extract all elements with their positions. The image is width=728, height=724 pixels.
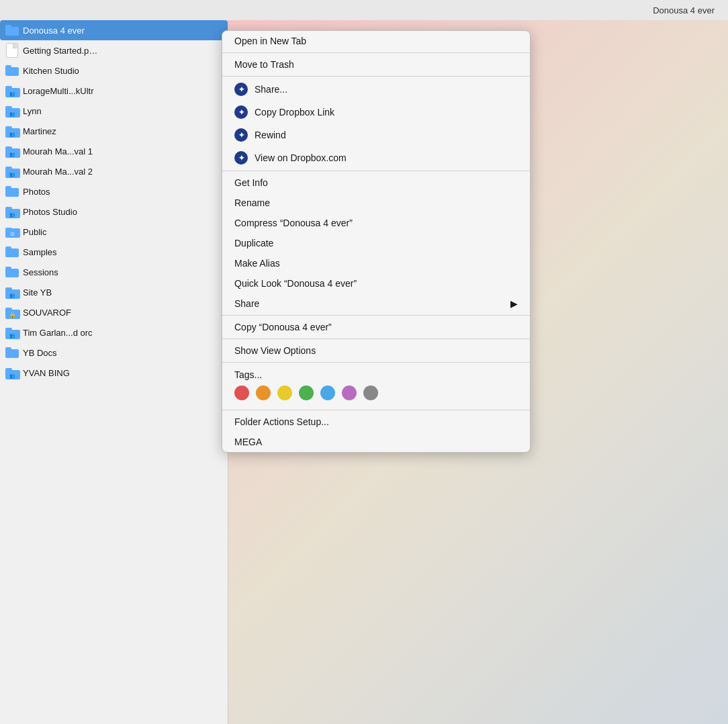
menu-item-copy-dropbox-link[interactable]: ✦ Copy Dropbox Link xyxy=(222,101,530,124)
sidebar-item-tim-garland[interactable]: 👥 Tim Garlan...d orc xyxy=(0,322,228,343)
menu-item-label: MEGA xyxy=(234,437,262,447)
sidebar-item-souvarof[interactable]: 🔒 SOUVAROF xyxy=(0,302,228,322)
menu-item-label: Make Alias xyxy=(234,258,280,269)
tag-dot-blue[interactable] xyxy=(320,386,335,400)
sidebar-item-label: YVAN BING xyxy=(23,368,70,378)
menu-item-folder-actions[interactable]: Folder Actions Setup... xyxy=(222,412,530,432)
menu-item-label: Open in New Tab xyxy=(234,36,306,46)
sidebar-item-label: YB Docs xyxy=(23,348,57,358)
tag-dot-orange[interactable] xyxy=(256,386,271,400)
menu-separator-3 xyxy=(222,171,530,171)
window-title: Donousa 4 ever xyxy=(653,5,715,15)
sidebar-item-site-yb[interactable]: 👥 Site YB xyxy=(0,282,228,302)
menu-item-label: Copy Dropbox Link xyxy=(255,107,334,118)
menu-item-mega[interactable]: MEGA xyxy=(222,432,530,452)
menu-item-rename[interactable]: Rename xyxy=(222,193,530,213)
menu-separator-1 xyxy=(222,52,530,53)
shared-folder-icon-yvan-bing: 👥 xyxy=(5,366,19,379)
sidebar-item-label: LorageMulti...kUltr xyxy=(23,86,93,96)
sidebar-item-label: Lynn xyxy=(23,106,42,116)
sidebar-item-photos[interactable]: Photos xyxy=(0,181,228,201)
menu-item-copy[interactable]: Copy “Donousa 4 ever” xyxy=(222,317,530,337)
folder-icon-donousa xyxy=(5,24,19,37)
menu-separator-2 xyxy=(222,76,530,77)
sidebar-item-label: Mourah Ma...val 1 xyxy=(23,146,93,156)
tags-color-dots xyxy=(234,386,518,400)
shared-folder-icon-lorage: 👥 xyxy=(5,84,19,97)
sidebar-item-yvan-bing[interactable]: 👥 YVAN BING xyxy=(0,363,228,383)
menu-item-move-to-trash[interactable]: Move to Trash xyxy=(222,54,530,75)
sidebar-item-photos-studio[interactable]: 👥 Photos Studio xyxy=(0,201,228,222)
menu-separator-7 xyxy=(222,410,530,410)
sidebar-item-label: Getting Started.p… xyxy=(23,46,97,56)
sidebar-item-label: Donousa 4 ever xyxy=(23,26,85,36)
sidebar-item-lynn[interactable]: 👥 Lynn xyxy=(0,101,228,121)
folder-icon-sessions xyxy=(5,265,19,279)
menu-item-make-alias[interactable]: Make Alias xyxy=(222,253,530,273)
shared-folder-icon-mourah1: 👥 xyxy=(5,144,19,158)
submenu-arrow-icon: ▶ xyxy=(510,298,518,309)
sidebar-item-donousa[interactable]: Donousa 4 ever xyxy=(0,20,228,40)
menu-item-label: Folder Actions Setup... xyxy=(234,416,329,427)
sidebar-item-mourah-val2[interactable]: 👥 Mourah Ma...val 2 xyxy=(0,161,228,181)
tag-dot-gray[interactable] xyxy=(363,386,378,400)
menu-item-view-dropbox[interactable]: ✦ View on Dropbox.com xyxy=(222,146,530,169)
shared-folder-icon-site-yb: 👥 xyxy=(5,285,19,299)
menu-item-share[interactable]: Share ▶ xyxy=(222,293,530,314)
tags-section: Tags... xyxy=(222,364,530,408)
tag-dot-yellow[interactable] xyxy=(277,386,292,400)
menu-item-label: Compress “Donousa 4 ever” xyxy=(234,218,353,228)
menu-item-label: View on Dropbox.com xyxy=(255,152,347,163)
menu-item-rewind[interactable]: ✦ Rewind xyxy=(222,124,530,146)
menu-separator-4 xyxy=(222,315,530,316)
menu-item-label: Show View Options xyxy=(234,345,316,356)
title-bar: Donousa 4 ever xyxy=(527,0,728,20)
sidebar-item-getting-started[interactable]: Getting Started.p… xyxy=(0,40,228,60)
shared-folder-icon-tim-garland: 👥 xyxy=(5,326,19,339)
sidebar-item-label: Martinez xyxy=(23,126,56,136)
shared-folder-icon-lynn: 👥 xyxy=(5,104,19,118)
menu-item-show-view-options[interactable]: Show View Options xyxy=(222,341,530,361)
menu-item-open-new-tab[interactable]: Open in New Tab xyxy=(222,31,530,51)
menu-item-label: Copy “Donousa 4 ever” xyxy=(234,322,332,332)
sidebar-item-yb-docs[interactable]: YB Docs xyxy=(0,343,228,363)
sidebar-item-label: Mourah Ma...val 2 xyxy=(23,167,93,177)
sidebar-item-label: Kitchen Studio xyxy=(23,66,79,76)
folder-icon-photos xyxy=(5,185,19,198)
sidebar-item-label: Photos xyxy=(23,187,50,197)
menu-item-label: Get Info xyxy=(234,177,268,188)
dropbox-icon-share: ✦ xyxy=(234,83,248,96)
sidebar-item-lorage[interactable]: 👥 LorageMulti...kUltr xyxy=(0,81,228,101)
shared-folder-icon-martinez: 👥 xyxy=(5,124,19,138)
folder-icon-samples xyxy=(5,245,19,259)
dropbox-icon-view: ✦ xyxy=(234,151,248,165)
tag-dot-purple[interactable] xyxy=(342,386,357,400)
sidebar-item-public[interactable]: ⊙ Public xyxy=(0,222,228,242)
sidebar-item-sessions[interactable]: Sessions xyxy=(0,262,228,282)
menu-item-label: Quick Look “Donousa 4 ever” xyxy=(234,278,357,289)
dropbox-icon-copy-link: ✦ xyxy=(234,105,248,119)
menu-item-label: Rewind xyxy=(255,130,286,140)
menu-item-share-dropbox[interactable]: ✦ Share... xyxy=(222,78,530,101)
shared-folder-icon-photos-studio: 👥 xyxy=(5,205,19,218)
menu-item-compress[interactable]: Compress “Donousa 4 ever” xyxy=(222,213,530,233)
context-menu: Open in New Tab Move to Trash ✦ Share...… xyxy=(222,30,531,453)
sidebar-item-mourah-val1[interactable]: 👥 Mourah Ma...val 1 xyxy=(0,141,228,161)
special-folder-icon-public: ⊙ xyxy=(5,225,19,238)
sidebar: Donousa 4 ever Getting Started.p… Kitche… xyxy=(0,20,228,724)
menu-item-duplicate[interactable]: Duplicate xyxy=(222,233,530,253)
sidebar-item-label: Site YB xyxy=(23,287,52,298)
menu-item-get-info[interactable]: Get Info xyxy=(222,173,530,193)
sidebar-item-samples[interactable]: Samples xyxy=(0,242,228,262)
sidebar-item-kitchen-studio[interactable]: Kitchen Studio xyxy=(0,60,228,81)
menu-item-quick-look[interactable]: Quick Look “Donousa 4 ever” xyxy=(222,273,530,293)
sidebar-item-martinez[interactable]: 👥 Martinez xyxy=(0,121,228,141)
tag-dot-green[interactable] xyxy=(299,386,314,400)
tag-dot-red[interactable] xyxy=(234,386,249,400)
menu-item-label: Share xyxy=(234,298,259,309)
sidebar-item-label: Photos Studio xyxy=(23,207,77,217)
menu-separator-6 xyxy=(222,362,530,363)
sidebar-item-label: Public xyxy=(23,227,46,237)
sidebar-item-label: Tim Garlan...d orc xyxy=(23,328,93,338)
tags-label[interactable]: Tags... xyxy=(234,369,518,380)
